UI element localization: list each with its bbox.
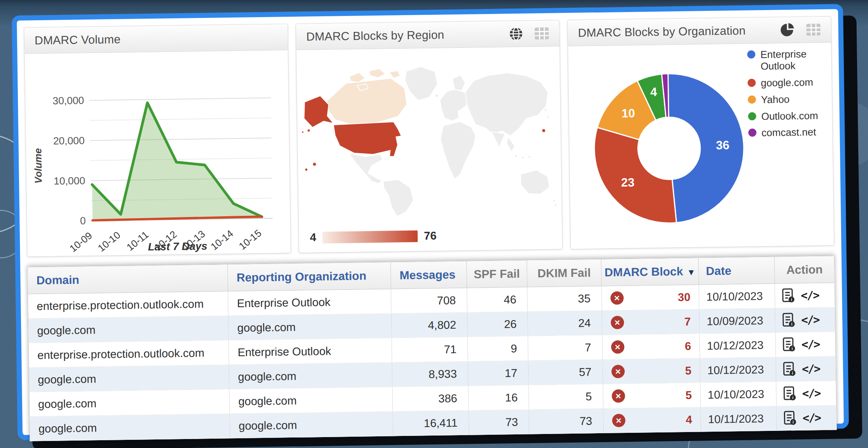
block-count: 5 bbox=[685, 388, 692, 401]
cell-action: i</> bbox=[775, 307, 835, 332]
legend-item[interactable]: comcast.net bbox=[748, 126, 826, 139]
svg-text:i: i bbox=[792, 371, 793, 375]
legend-item[interactable]: google.com bbox=[747, 77, 825, 89]
legend-item[interactable]: Yahoo bbox=[748, 93, 826, 106]
svg-text:i: i bbox=[791, 322, 792, 326]
donut-slice-label: 4 bbox=[650, 85, 657, 99]
column-header-messages[interactable]: Messages bbox=[390, 261, 467, 289]
legend-label: Yahoo bbox=[761, 94, 790, 106]
cell-dmarc-block: ✕5 bbox=[603, 358, 701, 384]
cell-date: 10/10/2023 bbox=[700, 382, 777, 407]
report-details-icon[interactable]: i bbox=[784, 411, 797, 425]
organization-donut-chart: 3623104 bbox=[573, 47, 767, 247]
block-x-icon: ✕ bbox=[612, 414, 625, 427]
donut-slice-label: 10 bbox=[622, 106, 635, 120]
map-region bbox=[465, 72, 549, 136]
panel-view-toggles bbox=[509, 26, 550, 41]
cell-messages: 8,933 bbox=[392, 361, 468, 387]
column-header-dmarc-block[interactable]: DMARC Block▼ bbox=[601, 258, 699, 286]
cell-domain: google.com bbox=[29, 365, 230, 392]
cell-spf-fail: 9 bbox=[467, 336, 528, 361]
legend-gradient-bar bbox=[322, 230, 418, 243]
volume-area-chart: 010,00020,00030,00010-0910-1010-1110-121… bbox=[25, 50, 290, 256]
map-region bbox=[349, 153, 383, 184]
panel-header: DMARC Blocks by Organization bbox=[568, 17, 831, 46]
xml-source-icon[interactable]: </> bbox=[802, 387, 821, 400]
y-axis-tick: 0 bbox=[80, 215, 86, 227]
block-x-icon: ✕ bbox=[611, 316, 624, 329]
legend-min-value: 4 bbox=[310, 231, 316, 244]
report-details-icon[interactable]: i bbox=[783, 337, 796, 352]
column-header-dkim-fail: DKIM Fail bbox=[527, 259, 601, 287]
map-region bbox=[440, 89, 469, 121]
y-axis-title: Volume bbox=[32, 148, 44, 184]
volume-chart-svg: 010,00020,00030,00010-0910-1010-1110-121… bbox=[25, 50, 290, 256]
cell-reporting-organization: Enterprise Outlook bbox=[228, 289, 391, 316]
region-map-body: 4 76 bbox=[296, 46, 562, 252]
cell-dkim-fail: 7 bbox=[528, 335, 602, 360]
cell-action: i</> bbox=[775, 283, 835, 308]
report-details-icon[interactable]: i bbox=[782, 288, 795, 303]
panel-dmarc-blocks-by-organization: DMARC Blocks by Organization bbox=[567, 16, 834, 249]
cell-messages: 71 bbox=[392, 337, 468, 362]
svg-text:i: i bbox=[792, 395, 793, 400]
legend-item[interactable]: Enterprise Outlook bbox=[747, 48, 825, 73]
block-count: 7 bbox=[684, 315, 691, 328]
pie-chart-icon[interactable] bbox=[780, 23, 795, 38]
donut-slice-label: 23 bbox=[621, 175, 634, 189]
panel-header: DMARC Blocks by Region bbox=[296, 20, 559, 50]
legend-label: Outlook.com bbox=[761, 110, 818, 122]
cell-reporting-organization: google.com bbox=[230, 411, 393, 438]
cell-dkim-fail: 73 bbox=[529, 408, 603, 434]
panel-title: DMARC Blocks by Region bbox=[306, 27, 509, 43]
xml-source-icon[interactable]: </> bbox=[801, 338, 820, 351]
report-details-icon[interactable]: i bbox=[784, 386, 796, 401]
xml-source-icon[interactable]: </> bbox=[802, 362, 820, 376]
map-region-canada bbox=[389, 71, 401, 79]
block-count: 6 bbox=[685, 340, 691, 352]
map-region bbox=[440, 121, 476, 179]
cell-dmarc-block: ✕5 bbox=[603, 383, 701, 408]
table-view-icon[interactable] bbox=[534, 26, 550, 41]
cell-dkim-fail: 57 bbox=[528, 359, 603, 385]
legend-label: comcast.net bbox=[761, 127, 816, 139]
xml-source-icon[interactable]: </> bbox=[801, 289, 819, 302]
sort-desc-icon: ▼ bbox=[687, 268, 696, 277]
cell-domain: enterprise.protection.outlook.com bbox=[29, 340, 229, 368]
panel-title: DMARC Volume bbox=[35, 30, 278, 47]
cell-action: i</> bbox=[776, 356, 836, 382]
legend-item[interactable]: Outlook.com bbox=[748, 110, 826, 122]
svg-text:i: i bbox=[792, 420, 794, 424]
globe-icon[interactable] bbox=[509, 26, 524, 42]
dashboard-frame: DMARC Volume 010,00020,00030,00010-0910-… bbox=[12, 4, 849, 440]
report-details-icon[interactable]: i bbox=[782, 313, 795, 327]
table-view-icon[interactable] bbox=[806, 22, 821, 37]
xml-source-icon[interactable]: </> bbox=[801, 313, 819, 327]
donut-slice-google-com bbox=[594, 126, 676, 224]
cell-domain: google.com bbox=[30, 414, 230, 441]
x-axis-tick: 10-10 bbox=[96, 229, 122, 254]
svg-text:i: i bbox=[791, 297, 792, 302]
world-map-svg bbox=[296, 46, 562, 225]
legend-swatch bbox=[747, 50, 755, 58]
x-axis-title: Last 7 Days bbox=[148, 240, 207, 253]
column-header-action: Action bbox=[774, 256, 834, 284]
xml-source-icon[interactable]: </> bbox=[803, 411, 821, 425]
legend-swatch bbox=[748, 112, 756, 120]
cell-dmarc-block: ✕30 bbox=[601, 285, 699, 310]
cell-messages: 16,411 bbox=[393, 410, 469, 436]
x-axis-tick: 10-09 bbox=[67, 230, 94, 254]
column-header-domain[interactable]: Domain bbox=[28, 264, 228, 294]
legend-swatch bbox=[748, 129, 756, 137]
panel-header: DMARC Volume bbox=[24, 24, 288, 54]
cell-dkim-fail: 35 bbox=[527, 286, 601, 312]
report-details-icon[interactable]: i bbox=[783, 362, 796, 376]
column-header-date[interactable]: Date bbox=[699, 257, 775, 285]
donut-slice-enterprise-outlook bbox=[668, 73, 745, 223]
cell-date: 10/10/2023 bbox=[699, 284, 775, 309]
cell-messages: 4,802 bbox=[391, 312, 467, 338]
cell-action: i</> bbox=[776, 381, 836, 406]
dmarc-results-table-card: DomainReporting OrganizationMessagesSPF … bbox=[27, 256, 837, 441]
cell-date: 10/12/2023 bbox=[699, 332, 776, 358]
column-header-reporting-organization[interactable]: Reporting Organization bbox=[228, 262, 391, 291]
